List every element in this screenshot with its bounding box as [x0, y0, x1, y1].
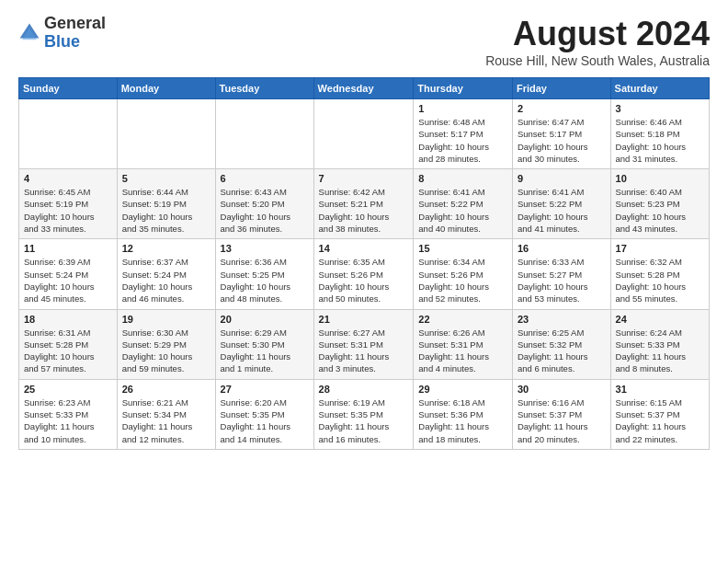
day-info: Sunrise: 6:26 AM Sunset: 5:31 PM Dayligh…: [418, 327, 507, 375]
day-number: 11: [24, 243, 112, 254]
calendar-cell: 13Sunrise: 6:36 AM Sunset: 5:25 PM Dayli…: [215, 239, 313, 309]
calendar-cell: 22Sunrise: 6:26 AM Sunset: 5:31 PM Dayli…: [414, 309, 513, 379]
calendar-week-4: 18Sunrise: 6:31 AM Sunset: 5:28 PM Dayli…: [19, 309, 710, 379]
day-number: 25: [24, 384, 112, 395]
day-number: 15: [418, 243, 507, 254]
calendar-cell: 1Sunrise: 6:48 AM Sunset: 5:17 PM Daylig…: [414, 99, 513, 169]
day-info: Sunrise: 6:46 AM Sunset: 5:18 PM Dayligh…: [616, 116, 704, 165]
calendar-cell: 23Sunrise: 6:25 AM Sunset: 5:32 PM Dayli…: [512, 309, 610, 379]
day-number: 1: [418, 103, 507, 114]
logo-text: General Blue: [44, 15, 106, 52]
calendar-cell: 18Sunrise: 6:31 AM Sunset: 5:28 PM Dayli…: [19, 309, 118, 379]
day-info: Sunrise: 6:16 AM Sunset: 5:37 PM Dayligh…: [518, 396, 606, 445]
calendar-cell: 21Sunrise: 6:27 AM Sunset: 5:31 PM Dayli…: [313, 309, 414, 379]
day-info: Sunrise: 6:34 AM Sunset: 5:26 PM Dayligh…: [418, 256, 507, 304]
day-number: 17: [616, 243, 704, 254]
calendar-cell: 5Sunrise: 6:44 AM Sunset: 5:19 PM Daylig…: [117, 169, 215, 239]
calendar-cell: 12Sunrise: 6:37 AM Sunset: 5:24 PM Dayli…: [117, 239, 215, 309]
day-number: 20: [221, 314, 309, 325]
location: Rouse Hill, New South Wales, Australia: [485, 53, 710, 68]
calendar-cell: [19, 99, 118, 169]
day-number: 31: [616, 384, 704, 395]
day-info: Sunrise: 6:20 AM Sunset: 5:35 PM Dayligh…: [221, 396, 309, 445]
calendar-cell: 28Sunrise: 6:19 AM Sunset: 5:35 PM Dayli…: [313, 379, 414, 449]
calendar-header-row: SundayMondayTuesdayWednesdayThursdayFrid…: [19, 78, 710, 99]
calendar-week-5: 25Sunrise: 6:23 AM Sunset: 5:33 PM Dayli…: [19, 379, 710, 449]
calendar-cell: 16Sunrise: 6:33 AM Sunset: 5:27 PM Dayli…: [512, 239, 610, 309]
calendar-cell: 26Sunrise: 6:21 AM Sunset: 5:34 PM Dayli…: [117, 379, 215, 449]
day-info: Sunrise: 6:33 AM Sunset: 5:27 PM Dayligh…: [518, 256, 606, 304]
calendar-cell: 8Sunrise: 6:41 AM Sunset: 5:22 PM Daylig…: [414, 169, 513, 239]
day-number: 23: [518, 314, 606, 325]
day-number: 22: [418, 314, 507, 325]
day-number: 14: [319, 243, 409, 254]
calendar-cell: [313, 99, 414, 169]
logo-general: General: [44, 14, 106, 32]
calendar-cell: 31Sunrise: 6:15 AM Sunset: 5:37 PM Dayli…: [610, 379, 709, 449]
day-info: Sunrise: 6:27 AM Sunset: 5:31 PM Dayligh…: [319, 327, 409, 375]
day-number: 28: [319, 384, 409, 395]
day-number: 19: [122, 314, 210, 325]
day-number: 7: [319, 173, 409, 184]
day-info: Sunrise: 6:25 AM Sunset: 5:32 PM Dayligh…: [518, 327, 606, 375]
logo: General Blue: [18, 15, 106, 52]
logo-blue: Blue: [44, 32, 80, 51]
calendar-header-tuesday: Tuesday: [215, 78, 313, 99]
calendar-cell: 30Sunrise: 6:16 AM Sunset: 5:37 PM Dayli…: [512, 379, 610, 449]
day-info: Sunrise: 6:19 AM Sunset: 5:35 PM Dayligh…: [319, 396, 409, 445]
day-number: 21: [319, 314, 409, 325]
title-section: August 2024 Rouse Hill, New South Wales,…: [485, 15, 710, 68]
day-info: Sunrise: 6:39 AM Sunset: 5:24 PM Dayligh…: [24, 256, 112, 304]
day-number: 5: [122, 173, 210, 184]
calendar-header-sunday: Sunday: [19, 78, 118, 99]
calendar-table: SundayMondayTuesdayWednesdayThursdayFrid…: [18, 77, 710, 450]
calendar-cell: 24Sunrise: 6:24 AM Sunset: 5:33 PM Dayli…: [610, 309, 709, 379]
day-info: Sunrise: 6:31 AM Sunset: 5:28 PM Dayligh…: [24, 327, 112, 375]
calendar-cell: 17Sunrise: 6:32 AM Sunset: 5:28 PM Dayli…: [610, 239, 709, 309]
calendar-week-3: 11Sunrise: 6:39 AM Sunset: 5:24 PM Dayli…: [19, 239, 710, 309]
day-info: Sunrise: 6:24 AM Sunset: 5:33 PM Dayligh…: [616, 327, 704, 375]
calendar-cell: 19Sunrise: 6:30 AM Sunset: 5:29 PM Dayli…: [117, 309, 215, 379]
calendar-header-monday: Monday: [117, 78, 215, 99]
calendar-cell: [117, 99, 215, 169]
day-info: Sunrise: 6:30 AM Sunset: 5:29 PM Dayligh…: [122, 327, 210, 375]
calendar-week-1: 1Sunrise: 6:48 AM Sunset: 5:17 PM Daylig…: [19, 99, 710, 169]
day-info: Sunrise: 6:15 AM Sunset: 5:37 PM Dayligh…: [616, 396, 704, 445]
day-number: 9: [518, 173, 606, 184]
day-number: 10: [616, 173, 704, 184]
day-info: Sunrise: 6:37 AM Sunset: 5:24 PM Dayligh…: [122, 256, 210, 304]
calendar-header-friday: Friday: [512, 78, 610, 99]
calendar-header-saturday: Saturday: [610, 78, 709, 99]
day-info: Sunrise: 6:40 AM Sunset: 5:23 PM Dayligh…: [616, 186, 704, 235]
day-info: Sunrise: 6:29 AM Sunset: 5:30 PM Dayligh…: [221, 327, 309, 375]
logo-icon: [18, 22, 40, 44]
day-number: 2: [518, 103, 606, 114]
day-info: Sunrise: 6:45 AM Sunset: 5:19 PM Dayligh…: [24, 186, 112, 235]
day-info: Sunrise: 6:43 AM Sunset: 5:20 PM Dayligh…: [221, 186, 309, 235]
day-info: Sunrise: 6:32 AM Sunset: 5:28 PM Dayligh…: [616, 256, 704, 304]
calendar-cell: 25Sunrise: 6:23 AM Sunset: 5:33 PM Dayli…: [19, 379, 118, 449]
calendar-cell: 6Sunrise: 6:43 AM Sunset: 5:20 PM Daylig…: [215, 169, 313, 239]
day-info: Sunrise: 6:21 AM Sunset: 5:34 PM Dayligh…: [122, 396, 210, 445]
day-number: 16: [518, 243, 606, 254]
calendar-cell: 14Sunrise: 6:35 AM Sunset: 5:26 PM Dayli…: [313, 239, 414, 309]
calendar-cell: 3Sunrise: 6:46 AM Sunset: 5:18 PM Daylig…: [610, 99, 709, 169]
day-info: Sunrise: 6:42 AM Sunset: 5:21 PM Dayligh…: [319, 186, 409, 235]
calendar-cell: 11Sunrise: 6:39 AM Sunset: 5:24 PM Dayli…: [19, 239, 118, 309]
day-number: 30: [518, 384, 606, 395]
day-info: Sunrise: 6:44 AM Sunset: 5:19 PM Dayligh…: [122, 186, 210, 235]
day-number: 13: [221, 243, 309, 254]
page-header: General Blue August 2024 Rouse Hill, New…: [18, 15, 710, 68]
day-number: 4: [24, 173, 112, 184]
day-number: 12: [122, 243, 210, 254]
calendar-week-2: 4Sunrise: 6:45 AM Sunset: 5:19 PM Daylig…: [19, 169, 710, 239]
day-number: 6: [221, 173, 309, 184]
calendar-cell: 4Sunrise: 6:45 AM Sunset: 5:19 PM Daylig…: [19, 169, 118, 239]
calendar-header-thursday: Thursday: [414, 78, 513, 99]
day-info: Sunrise: 6:23 AM Sunset: 5:33 PM Dayligh…: [24, 396, 112, 445]
calendar-cell: 20Sunrise: 6:29 AM Sunset: 5:30 PM Dayli…: [215, 309, 313, 379]
month-title: August 2024: [485, 15, 710, 53]
calendar-header-wednesday: Wednesday: [313, 78, 414, 99]
calendar-cell: 15Sunrise: 6:34 AM Sunset: 5:26 PM Dayli…: [414, 239, 513, 309]
day-number: 27: [221, 384, 309, 395]
